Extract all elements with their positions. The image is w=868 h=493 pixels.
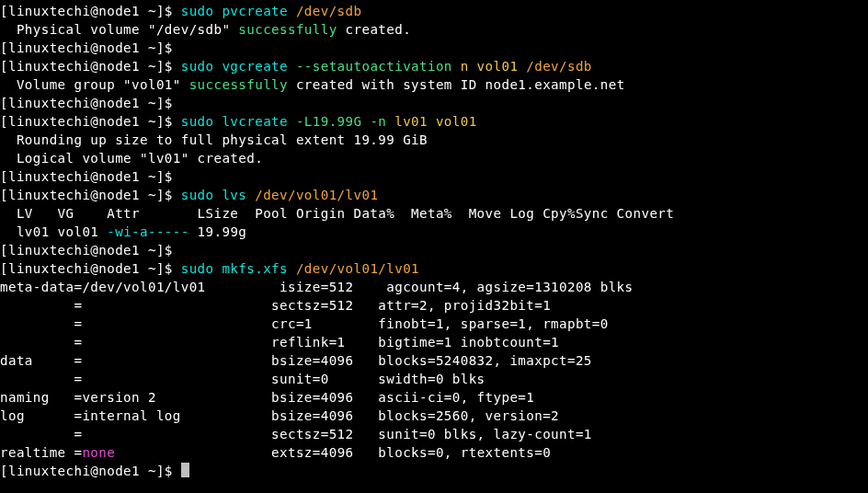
terminal-text: successfully [189, 77, 288, 92]
terminal-text: 19.99g [189, 224, 247, 239]
terminal-text: [linuxtechi@node1 ~]$ [0, 40, 173, 55]
terminal-text: Logical volume "lv01" created. [0, 151, 263, 166]
terminal-line: = sunit=0 swidth=0 blks [0, 370, 868, 388]
terminal-text: [linuxtechi@node1 ~]$ [0, 243, 173, 258]
terminal-text: successfully [238, 22, 337, 37]
terminal-text: lv01 vol01 [0, 224, 107, 239]
terminal-line: [linuxtechi@node1 ~]$ sudo mkfs.xfs /dev… [0, 259, 868, 278]
terminal-text: extsz=4096 blocks=0, rtextents=0 [115, 445, 551, 460]
terminal-text: [linuxtechi@node1 ~]$ [0, 96, 173, 110]
terminal-text: = sunit=0 swidth=0 blks [0, 372, 485, 386]
terminal-text: Rounding up size to full physical extent… [0, 132, 428, 147]
terminal-line: [linuxtechi@node1 ~]$ sudo lvs /dev/vol0… [0, 186, 868, 204]
terminal-text: created with system ID node1.example.net [288, 77, 625, 92]
terminal-line: [linuxtechi@node1 ~]$ [0, 39, 868, 57]
terminal-line: LV VG Attr LSize Pool Origin Data% Meta%… [0, 204, 868, 223]
terminal-line: [linuxtechi@node1 ~]$ [0, 167, 868, 186]
terminal-text: realtime = [0, 445, 82, 460]
terminal-line: data = bsize=4096 blocks=5240832, imaxpc… [0, 351, 868, 370]
terminal-text: created. [337, 22, 411, 37]
terminal-line: Physical volume "/dev/sdb" successfully … [0, 20, 868, 39]
terminal-line: [linuxtechi@node1 ~]$ sudo lvcreate -L19… [0, 112, 868, 131]
terminal-line: [linuxtechi@node1 ~]$ sudo pvcreate /dev… [0, 2, 868, 20]
terminal-line: [linuxtechi@node1 ~]$ [0, 241, 868, 259]
terminal-text: sudo mkfs.xfs [181, 261, 296, 276]
terminal-line: = reflink=1 bigtime=1 inobtcount=1 [0, 333, 868, 351]
terminal-text: sudo lvcreate [181, 114, 296, 129]
terminal-text: [linuxtechi@node1 ~]$ [0, 114, 181, 129]
terminal-text: /dev/sdb [526, 59, 592, 74]
terminal-line: naming =version 2 bsize=4096 ascii-ci=0,… [0, 388, 868, 407]
terminal-output[interactable]: [linuxtechi@node1 ~]$ sudo pvcreate /dev… [0, 0, 868, 493]
terminal-text: [linuxtechi@node1 ~]$ [0, 4, 181, 18]
terminal-text: meta-data=/dev/vol01/lv01 isize=512 agco… [0, 280, 634, 294]
terminal-text: -L19.99G -n [296, 114, 386, 129]
terminal-text: [linuxtechi@node1 ~]$ [0, 188, 181, 202]
terminal-line: Logical volume "lv01" created. [0, 149, 868, 167]
terminal-text: sudo pvcreate [181, 4, 296, 18]
terminal-text: /dev/sdb [296, 4, 362, 18]
terminal-text: [linuxtechi@node1 ~]$ [0, 464, 181, 478]
terminal-text: log =internal log bsize=4096 blocks=2560… [0, 408, 559, 423]
terminal-text: sudo vgcreate [181, 59, 296, 74]
terminal-text: [linuxtechi@node1 ~]$ [0, 169, 173, 184]
terminal-text: [linuxtechi@node1 ~]$ [0, 59, 181, 74]
terminal-text: /dev/vol01/lv01 [255, 188, 378, 202]
terminal-text: = reflink=1 bigtime=1 inobtcount=1 [0, 335, 559, 350]
terminal-line: meta-data=/dev/vol01/lv01 isize=512 agco… [0, 278, 868, 296]
terminal-line: Volume group "vol01" successfully create… [0, 75, 868, 94]
terminal-text: data = bsize=4096 blocks=5240832, imaxpc… [0, 353, 592, 368]
terminal-text: LV VG Attr LSize Pool Origin Data% Meta%… [0, 206, 674, 221]
terminal-line: lv01 vol01 -wi-a----- 19.99g [0, 223, 868, 241]
terminal-line: Rounding up size to full physical extent… [0, 131, 868, 149]
terminal-text: Volume group "vol01" [0, 77, 189, 92]
terminal-text: naming =version 2 bsize=4096 ascii-ci=0,… [0, 390, 534, 405]
terminal-text: [linuxtechi@node1 ~]$ [0, 261, 181, 276]
terminal-text: = sectsz=512 attr=2, projid32bit=1 [0, 298, 551, 313]
terminal-line: [linuxtechi@node1 ~]$ sudo vgcreate --se… [0, 57, 868, 75]
terminal-line: [linuxtechi@node1 ~]$ [0, 94, 868, 112]
terminal-text: n vol01 [452, 59, 526, 74]
cursor [181, 463, 189, 477]
terminal-text: = sectsz=512 sunit=0 blks, lazy-count=1 [0, 427, 592, 441]
terminal-line: log =internal log bsize=4096 blocks=2560… [0, 407, 868, 425]
terminal-line: = sectsz=512 sunit=0 blks, lazy-count=1 [0, 425, 868, 443]
terminal-line: [linuxtechi@node1 ~]$ [0, 462, 868, 480]
terminal-text: none [82, 445, 115, 460]
terminal-text: -wi-a----- [107, 224, 188, 239]
terminal-text: = crc=1 finobt=1, sparse=1, rmapbt=0 [0, 316, 609, 331]
terminal-text: /dev/vol01/lv01 [296, 261, 419, 276]
terminal-line: = crc=1 finobt=1, sparse=1, rmapbt=0 [0, 315, 868, 333]
terminal-text: sudo lvs [181, 188, 255, 202]
terminal-line: realtime =none extsz=4096 blocks=0, rtex… [0, 443, 868, 462]
terminal-text: lv01 vol01 [386, 114, 476, 129]
terminal-text: Physical volume "/dev/sdb" [0, 22, 238, 37]
terminal-line: = sectsz=512 attr=2, projid32bit=1 [0, 296, 868, 315]
terminal-text: --setautoactivation [296, 59, 452, 74]
